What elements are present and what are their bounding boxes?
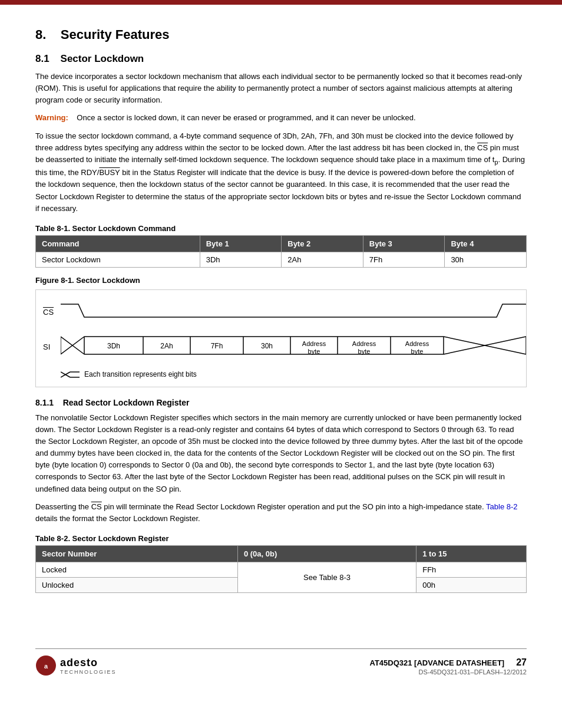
footer-info: AT45DQ321 [ADVANCE DATASHEET] 27 DS-45DQ… [369,657,527,676]
logo-sub: TECHNOLOGIES [60,669,117,675]
legend-text: Each transition represents eight bits [84,370,197,378]
cs-label: CS [43,308,61,317]
cs-svg [61,299,526,323]
table-8-2: Sector Number 0 (0a, 0b) 1 to 15 Locked … [35,545,527,593]
page-number: 27 [516,657,527,667]
subsection-8-1-number: 8.1 [35,53,49,64]
cell-unlocked: Unlocked [36,578,238,593]
svg-text:30h: 30h [261,342,273,350]
waveform-figure-8-1: CS SI [35,289,527,387]
section-number: 8. [35,27,46,42]
svg-text:byte: byte [411,348,424,355]
para-8-1-2: To issue the sector lockdown command, a … [35,130,527,215]
si-label: SI [43,342,61,351]
warning-label: Warning: [35,113,68,122]
doc-number: DS-45DQ321-031–DFLASH–12/2012 [419,668,527,676]
section-heading: Security Features [61,27,170,42]
cell-byte4: 30h [445,252,527,267]
page-content: 8. Security Features 8.1 Sector Lockdown… [0,5,562,700]
table-8-2-col-1to15: 1 to 15 [416,546,527,562]
svg-text:Address: Address [302,340,326,347]
cell-locked-val: FFh [416,562,527,578]
cell-byte1: 3Dh [200,252,282,267]
svg-text:Address: Address [405,340,429,347]
cell-command: Sector Lockdown [36,252,200,267]
warning-text: Once a sector is locked down, it can nev… [77,113,415,122]
cs-signal-row: CS [43,299,519,325]
table-8-2-link[interactable]: Table 8-2 [486,502,517,511]
doc-title: AT45DQ321 [ADVANCE DATASHEET] [369,658,504,667]
subsection-8-1-heading: Sector Lockdown [61,53,144,64]
waveform-legend: Each transition represents eight bits [61,369,519,380]
table-row: Locked See Table 8-3 FFh [36,562,527,578]
subsubsection-8-1-1-title: 8.1.1 Read Sector Lockdown Register [35,398,527,407]
cell-see-table-8-3: See Table 8-3 [237,562,416,593]
table-8-1-col-byte3: Byte 3 [363,235,445,252]
svg-text:Address: Address [352,340,376,347]
subsubsection-heading: Read Sector Lockdown Register [63,398,190,407]
table-8-1-col-byte1: Byte 1 [200,235,282,252]
svg-text:7Fh: 7Fh [211,342,223,350]
svg-text:byte: byte [358,348,371,355]
figure-8-1-caption: Figure 8-1. Sector Lockdown [35,276,527,285]
cell-unlocked-val: 00h [416,578,527,593]
table-8-2-col-0: 0 (0a, 0b) [237,546,416,562]
svg-text:a: a [44,663,48,670]
table-8-1-col-command: Command [36,235,200,252]
cs-waveform [61,299,526,325]
table-8-1-col-byte4: Byte 4 [445,235,527,252]
para-8-1-1-2: Deasserting the CS pin will terminate th… [35,501,527,525]
si-svg: 3Dh 2Ah 7Fh 30h [61,331,526,361]
footer-divider [35,648,527,649]
svg-text:byte: byte [308,348,320,355]
cell-byte3: 7Fh [363,252,445,267]
warning-block: Warning: Once a sector is locked down, i… [35,112,527,124]
legend-icon [61,369,81,380]
si-signal-row: SI 3Dh 2Ah [43,331,519,363]
svg-text:3Dh: 3Dh [107,342,120,350]
cell-locked: Locked [36,562,238,578]
section-title: 8. Security Features [35,27,527,42]
si-waveform: 3Dh 2Ah 7Fh 30h [61,331,526,363]
page-footer: a adesto TECHNOLOGIES AT45DQ321 [ADVANCE… [35,655,527,676]
top-bar [0,0,562,5]
cell-byte2: 2Ah [282,252,363,267]
subsubsection-number: 8.1.1 [35,398,54,407]
table-8-2-caption: Table 8-2. Sector Lockdown Register [35,534,527,543]
table-8-1-col-byte2: Byte 2 [282,235,363,252]
table-8-1-caption: Table 8-1. Sector Lockdown Command [35,224,527,233]
para-8-1-1: The device incorporates a sector lockdow… [35,71,527,106]
svg-text:2Ah: 2Ah [160,342,173,350]
adesto-logo-icon: a [35,655,57,676]
table-8-2-col-sector: Sector Number [36,546,238,562]
footer-logo: a adesto TECHNOLOGIES [35,655,117,676]
para-8-1-1-1: The nonvolatile Sector Lockdown Register… [35,412,527,495]
logo-text: adesto [60,657,117,669]
subsection-8-1-title: 8.1 Sector Lockdown [35,53,527,65]
table-8-1: Command Byte 1 Byte 2 Byte 3 Byte 4 Sect… [35,235,527,268]
table-row: Sector Lockdown 3Dh 2Ah 7Fh 30h [36,252,527,267]
